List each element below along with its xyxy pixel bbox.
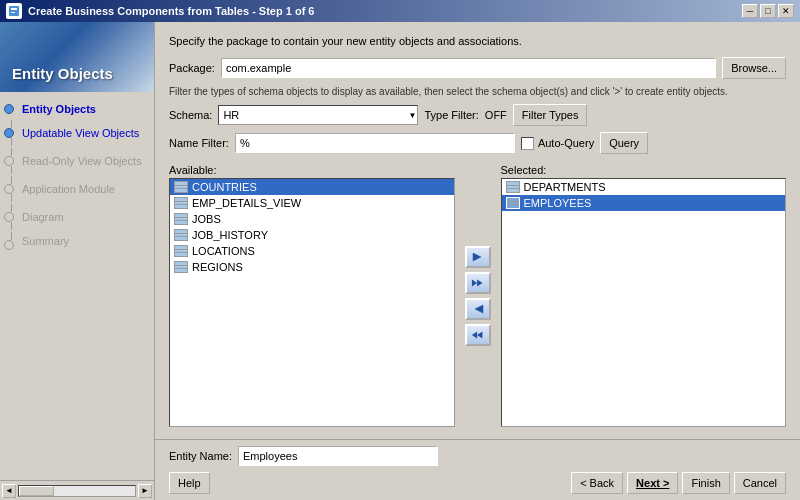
selected-panel: Selected: DEPARTMENTS — [501, 164, 787, 427]
nav-bullet-entity-objects — [4, 104, 14, 114]
available-panel: Available: COUNTRIES — [169, 164, 455, 427]
sidebar-item-entity-objects[interactable]: Entity Objects — [16, 100, 102, 118]
entity-name-row: Entity Name: — [169, 446, 786, 466]
table-icon — [174, 229, 188, 241]
sidebar-title: Entity Objects — [12, 65, 113, 82]
svg-rect-1 — [11, 8, 17, 10]
table-icon — [174, 181, 188, 193]
package-label: Package: — [169, 62, 215, 74]
bottom-buttons: Help < Back Next > Finish Cancel — [169, 472, 786, 494]
navigation-buttons: < Back Next > Finish Cancel — [571, 472, 786, 494]
list-item[interactable]: EMPLOYEES — [502, 195, 786, 211]
sidebar: Entity Objects Entity Objects Updat — [0, 22, 155, 500]
list-item[interactable]: JOBS — [170, 211, 454, 227]
schema-row: Schema: HR ▼ Type Filter: OFF Filter Typ… — [169, 104, 786, 126]
back-button[interactable]: < Back — [571, 472, 623, 494]
available-label: Available: — [169, 164, 455, 176]
entity-name-label: Entity Name: — [169, 450, 232, 462]
table-icon — [506, 181, 520, 193]
scroll-track[interactable] — [18, 485, 136, 497]
svg-marker-8 — [471, 331, 476, 338]
filter-description: Filter the types of schema objects to di… — [169, 85, 786, 98]
schema-select[interactable]: HR — [218, 105, 418, 125]
sidebar-header: Entity Objects — [0, 22, 154, 92]
finish-button[interactable]: Finish — [682, 472, 729, 494]
title-bar: Create Business Components from Tables -… — [0, 0, 800, 22]
list-item[interactable]: REGIONS — [170, 259, 454, 275]
table-icon — [174, 197, 188, 209]
table-icon — [174, 213, 188, 225]
type-filter-value: OFF — [485, 109, 507, 121]
type-filter-label: Type Filter: — [424, 109, 478, 121]
move-all-right-button[interactable] — [465, 272, 491, 294]
svg-rect-2 — [11, 12, 15, 13]
selected-label: Selected: — [501, 164, 787, 176]
content-area: Specify the package to contain your new … — [155, 22, 800, 439]
browse-button[interactable]: Browse... — [722, 57, 786, 79]
selected-list[interactable]: DEPARTMENTS EMPLOYEES — [501, 178, 787, 427]
sidebar-item-updatable-view-objects[interactable]: Updatable View Objects — [16, 120, 145, 146]
maximize-button[interactable]: □ — [760, 4, 776, 18]
title-bar-text: Create Business Components from Tables -… — [28, 5, 314, 17]
sidebar-item-summary: Summary — [16, 232, 75, 250]
move-right-button[interactable] — [465, 246, 491, 268]
lists-area: Available: COUNTRIES — [169, 164, 786, 427]
list-item[interactable]: LOCATIONS — [170, 243, 454, 259]
svg-marker-5 — [477, 279, 482, 286]
package-input[interactable] — [221, 58, 716, 78]
svg-marker-7 — [477, 331, 482, 338]
available-list[interactable]: COUNTRIES EMP_DETAILS_VIEW — [169, 178, 455, 427]
svg-marker-3 — [473, 253, 481, 261]
table-icon — [174, 245, 188, 257]
package-row: Package: Browse... — [169, 57, 786, 79]
list-item[interactable]: COUNTRIES — [170, 179, 454, 195]
app-icon — [6, 3, 22, 19]
auto-query-checkbox[interactable] — [521, 137, 534, 150]
name-filter-input[interactable] — [235, 133, 515, 153]
list-item[interactable]: EMP_DETAILS_VIEW — [170, 195, 454, 211]
svg-marker-4 — [471, 279, 476, 286]
query-button[interactable]: Query — [600, 132, 648, 154]
bottom-area: Entity Name: Help < Back Next > Finish C… — [155, 439, 800, 500]
move-left-button[interactable] — [465, 298, 491, 320]
svg-marker-6 — [475, 305, 483, 313]
sidebar-nav: Entity Objects Updatable View Objects — [0, 92, 154, 480]
filter-types-button[interactable]: Filter Types — [513, 104, 588, 126]
transfer-buttons — [459, 164, 497, 427]
svg-rect-0 — [9, 6, 19, 16]
minimize-button[interactable]: ─ — [742, 4, 758, 18]
sidebar-item-diagram: Diagram — [16, 204, 70, 230]
window-controls: ─ □ ✕ — [742, 4, 794, 18]
dialog-body: Entity Objects Entity Objects Updat — [0, 22, 800, 500]
cancel-button[interactable]: Cancel — [734, 472, 786, 494]
sidebar-scrollbar[interactable]: ◄ ► — [0, 480, 154, 500]
scroll-right-arrow[interactable]: ► — [138, 484, 152, 498]
schema-label: Schema: — [169, 109, 212, 121]
table-icon — [174, 261, 188, 273]
sidebar-item-readonly-view-objects: Read-Only View Objects — [16, 148, 148, 174]
move-all-left-button[interactable] — [465, 324, 491, 346]
close-button[interactable]: ✕ — [778, 4, 794, 18]
name-filter-row: Name Filter: Auto-Query Query — [169, 132, 786, 154]
scroll-left-arrow[interactable]: ◄ — [2, 484, 16, 498]
list-item[interactable]: DEPARTMENTS — [502, 179, 786, 195]
help-button[interactable]: Help — [169, 472, 210, 494]
table-icon — [506, 197, 520, 209]
list-item[interactable]: JOB_HISTORY — [170, 227, 454, 243]
schema-select-wrapper: HR ▼ — [218, 105, 418, 125]
auto-query-row: Auto-Query — [521, 137, 594, 150]
auto-query-label: Auto-Query — [538, 137, 594, 149]
name-filter-label: Name Filter: — [169, 137, 229, 149]
type-filter-row: Type Filter: OFF Filter Types — [424, 104, 587, 126]
description-text: Specify the package to contain your new … — [169, 34, 786, 49]
scroll-thumb[interactable] — [19, 486, 54, 496]
next-button[interactable]: Next > — [627, 472, 678, 494]
entity-name-input[interactable] — [238, 446, 438, 466]
sidebar-item-application-module: Application Module — [16, 176, 121, 202]
